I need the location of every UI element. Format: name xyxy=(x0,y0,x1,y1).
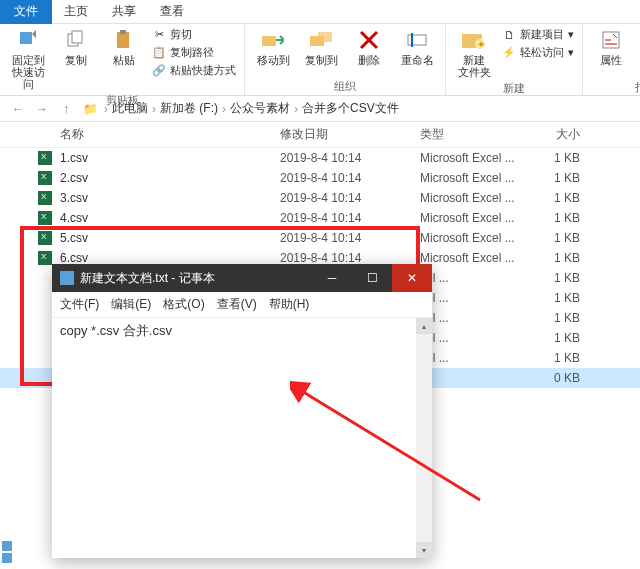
file-type: cel ... xyxy=(420,291,520,305)
new-folder-icon: ✦ xyxy=(460,28,488,52)
nav-forward[interactable]: → xyxy=(32,99,52,119)
scroll-down-icon[interactable]: ▾ xyxy=(416,542,432,558)
file-row[interactable]: 2.csv2019-8-4 10:14Microsoft Excel ...1 … xyxy=(0,168,640,188)
file-size: 1 KB xyxy=(520,191,580,205)
menu-edit[interactable]: 编辑(E) xyxy=(111,296,151,313)
maximize-button[interactable]: ☐ xyxy=(352,264,392,292)
copyto-icon xyxy=(307,28,335,52)
crumb-folder2[interactable]: 合并多个CSV文件 xyxy=(302,100,399,117)
file-name: 5.csv xyxy=(60,231,280,245)
file-row[interactable]: 3.csv2019-8-4 10:14Microsoft Excel ...1 … xyxy=(0,188,640,208)
tab-home[interactable]: 主页 xyxy=(52,0,100,24)
notepad-scrollbar[interactable]: ▴ ▾ xyxy=(416,318,432,558)
pin-icon xyxy=(14,28,42,52)
file-type: cel ... xyxy=(420,331,520,345)
easy-access-button[interactable]: ⚡轻松访问 ▾ xyxy=(500,44,576,61)
chevron-right-icon: › xyxy=(104,102,108,116)
new-folder-button[interactable]: ✦ 新建文件夹 xyxy=(452,26,496,80)
file-size: 1 KB xyxy=(520,171,580,185)
file-name: 3.csv xyxy=(60,191,280,205)
rename-button[interactable]: 重命名 xyxy=(395,26,439,68)
copy-path-button[interactable]: 📋复制路径 xyxy=(150,44,238,61)
file-type: Microsoft Excel ... xyxy=(420,231,520,245)
file-row[interactable]: 1.csv2019-8-4 10:14Microsoft Excel ...1 … xyxy=(0,148,640,168)
organize-group-label: 组织 xyxy=(251,78,439,95)
file-type: Microsoft Excel ... xyxy=(420,151,520,165)
excel-icon xyxy=(38,211,52,225)
new-group-label: 新建 xyxy=(452,80,576,97)
nav-back[interactable]: ← xyxy=(8,99,28,119)
col-type[interactable]: 类型 xyxy=(420,126,520,143)
file-row[interactable]: 4.csv2019-8-4 10:14Microsoft Excel ...1 … xyxy=(0,208,640,228)
move-to-button[interactable]: 移动到 xyxy=(251,26,295,68)
delete-button[interactable]: 删除 xyxy=(347,26,391,68)
svg-rect-7 xyxy=(318,32,332,42)
nav-up[interactable]: ↑ xyxy=(56,99,76,119)
menu-view[interactable]: 查看(V) xyxy=(217,296,257,313)
tab-file[interactable]: 文件 xyxy=(0,0,52,24)
file-size: 1 KB xyxy=(520,331,580,345)
breadcrumb: ← → ↑ 📁 › 此电脑 › 新加卷 (F:) › 公众号素材 › 合并多个C… xyxy=(0,96,640,122)
delete-icon xyxy=(355,28,383,52)
tab-share[interactable]: 共享 xyxy=(100,0,148,24)
paste-button[interactable]: 粘贴 xyxy=(102,26,146,68)
tab-view[interactable]: 查看 xyxy=(148,0,196,24)
paste-icon xyxy=(110,28,138,52)
file-size: 1 KB xyxy=(520,351,580,365)
col-size[interactable]: 大小 xyxy=(520,126,580,143)
menu-format[interactable]: 格式(O) xyxy=(163,296,204,313)
file-type: cel ... xyxy=(420,351,520,365)
notepad-titlebar[interactable]: 新建文本文档.txt - 记事本 ─ ☐ ✕ xyxy=(52,264,432,292)
new-item-button[interactable]: 🗋新建项目 ▾ xyxy=(500,26,576,43)
menu-help[interactable]: 帮助(H) xyxy=(269,296,310,313)
crumb-drive[interactable]: 新加卷 (F:) xyxy=(160,100,218,117)
copy-button[interactable]: 复制 xyxy=(54,26,98,68)
crumb-pc[interactable]: 此电脑 xyxy=(112,100,148,117)
file-type: cel ... xyxy=(420,311,520,325)
properties-button[interactable]: 属性 xyxy=(589,26,633,68)
path-icon: 📋 xyxy=(152,46,166,60)
open-group-label: 打开 xyxy=(589,79,640,96)
file-date: 2019-8-4 10:14 xyxy=(280,251,420,265)
excel-icon xyxy=(38,251,52,265)
chevron-right-icon: › xyxy=(222,102,226,116)
file-size: 1 KB xyxy=(520,251,580,265)
file-date: 2019-8-4 10:14 xyxy=(280,191,420,205)
col-name[interactable]: 名称 xyxy=(60,126,280,143)
file-date: 2019-8-4 10:14 xyxy=(280,231,420,245)
easy-access-icon: ⚡ xyxy=(502,46,516,60)
crumb-folder1[interactable]: 公众号素材 xyxy=(230,100,290,117)
paste-shortcut-button[interactable]: 🔗粘贴快捷方式 xyxy=(150,62,238,79)
notepad-window: 新建文本文档.txt - 记事本 ─ ☐ ✕ 文件(F) 编辑(E) 格式(O)… xyxy=(52,264,432,558)
menu-file[interactable]: 文件(F) xyxy=(60,296,99,313)
taskbar-corner xyxy=(0,539,14,569)
properties-icon xyxy=(597,28,625,52)
svg-rect-0 xyxy=(20,32,32,44)
col-date[interactable]: 修改日期 xyxy=(280,126,420,143)
cut-icon: ✂ xyxy=(152,28,166,42)
close-button[interactable]: ✕ xyxy=(392,264,432,292)
new-item-icon: 🗋 xyxy=(502,28,516,42)
file-name: 4.csv xyxy=(60,211,280,225)
pin-quickaccess-button[interactable]: 固定到快速访问 xyxy=(6,26,50,92)
file-date: 2019-8-4 10:14 xyxy=(280,171,420,185)
file-type: Microsoft Excel ... xyxy=(420,171,520,185)
file-name: 1.csv xyxy=(60,151,280,165)
excel-icon xyxy=(38,191,52,205)
minimize-button[interactable]: ─ xyxy=(312,264,352,292)
excel-icon xyxy=(38,231,52,245)
file-row[interactable]: 5.csv2019-8-4 10:14Microsoft Excel ...1 … xyxy=(0,228,640,248)
notepad-textarea[interactable]: copy *.csv 合并.csv ▴ ▾ xyxy=(52,318,432,558)
svg-text:✦: ✦ xyxy=(477,39,485,50)
move-icon xyxy=(259,28,287,52)
notepad-menu: 文件(F) 编辑(E) 格式(O) 查看(V) 帮助(H) xyxy=(52,292,432,318)
file-size: 0 KB xyxy=(520,371,580,385)
notepad-title: 新建文本文档.txt - 记事本 xyxy=(80,270,215,287)
file-size: 1 KB xyxy=(520,271,580,285)
chevron-right-icon: › xyxy=(294,102,298,116)
cut-button[interactable]: ✂剪切 xyxy=(150,26,238,43)
file-size: 1 KB xyxy=(520,211,580,225)
scroll-up-icon[interactable]: ▴ xyxy=(416,318,432,334)
ribbon: 固定到快速访问 复制 粘贴 ✂剪切 📋复制路径 🔗粘贴快捷方式 剪贴板 移动到 xyxy=(0,24,640,96)
copy-to-button[interactable]: 复制到 xyxy=(299,26,343,68)
